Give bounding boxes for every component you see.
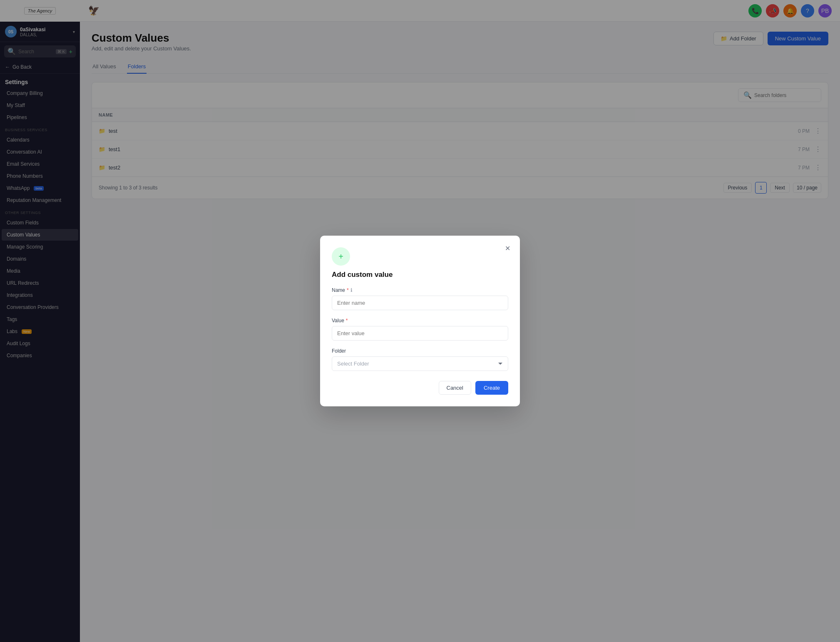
value-required: * bbox=[346, 318, 348, 323]
form-group-value: Value * bbox=[332, 318, 508, 341]
create-button[interactable]: Create bbox=[475, 381, 508, 395]
value-label: Value * bbox=[332, 318, 508, 323]
modal: ✕ + Add custom value Name * ℹ Value * Fo… bbox=[320, 236, 520, 406]
modal-overlay[interactable]: ✕ + Add custom value Name * ℹ Value * Fo… bbox=[0, 0, 840, 642]
modal-close-button[interactable]: ✕ bbox=[502, 242, 513, 254]
cancel-button[interactable]: Cancel bbox=[439, 381, 471, 395]
folder-label: Folder bbox=[332, 348, 508, 354]
form-group-folder: Folder Select Folder bbox=[332, 348, 508, 371]
name-input[interactable] bbox=[332, 296, 508, 310]
name-info-icon: ℹ bbox=[350, 287, 353, 293]
modal-plus-icon: + bbox=[338, 252, 343, 261]
name-label: Name * ℹ bbox=[332, 287, 508, 293]
modal-title: Add custom value bbox=[332, 271, 508, 279]
modal-icon-circle: + bbox=[332, 247, 350, 266]
folder-select[interactable]: Select Folder bbox=[332, 356, 508, 371]
form-group-name: Name * ℹ bbox=[332, 287, 508, 310]
name-required: * bbox=[347, 287, 349, 293]
modal-footer: Cancel Create bbox=[332, 381, 508, 395]
value-input[interactable] bbox=[332, 326, 508, 341]
